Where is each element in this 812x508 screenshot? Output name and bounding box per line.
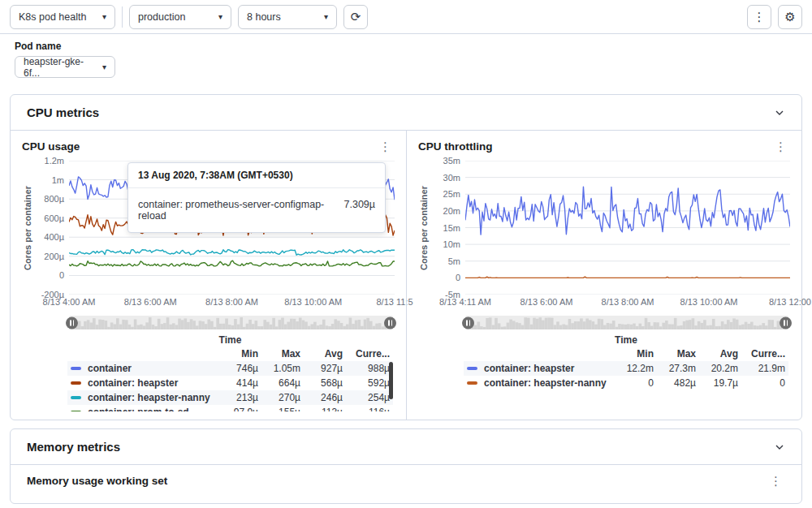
legend-column-header: Min	[219, 348, 261, 359]
tooltip-series-value: 7.309µ	[344, 199, 375, 222]
y-tick-label: 0	[59, 270, 64, 280]
cpu-usage-kebab-icon[interactable]: ⋮	[376, 140, 395, 153]
time-range-value: 8 hours	[247, 11, 281, 23]
pod-filter: Pod name heapster-gke-6f... ▾	[0, 34, 812, 80]
x-axis-name: Time	[67, 334, 393, 346]
series-line	[465, 277, 790, 278]
series-label: container	[88, 363, 132, 374]
series-label: container: heapster	[484, 363, 574, 374]
x-tick-label: 8/13 4:11 AM	[439, 297, 491, 307]
environment-select[interactable]: production ▾	[129, 5, 231, 29]
series-swatch	[71, 411, 81, 411]
brush-track[interactable]	[69, 316, 393, 329]
legend-value: 21.9m	[741, 363, 788, 374]
legend-value: 116µ	[346, 407, 393, 411]
dashboard-select-value: K8s pod health	[19, 11, 86, 23]
series-line	[69, 260, 395, 266]
kebab-icon: ⋮	[754, 10, 766, 24]
y-tick-label: 30m	[443, 173, 460, 183]
time-brush[interactable]	[69, 316, 393, 329]
cpu-usage-plot[interactable]: 13 Aug 2020, 7:38AM (GMT+0530) container…	[69, 161, 395, 295]
brush-handle-right[interactable]	[780, 316, 792, 329]
gear-icon: ⚙	[784, 10, 795, 24]
x-tick-label: 8/13 12:00	[769, 297, 811, 307]
dashboard-select[interactable]: K8s pod health ▾	[10, 5, 115, 29]
cpu-metrics-header[interactable]: CPU metrics	[11, 95, 801, 131]
pod-name-label: Pod name	[15, 41, 797, 52]
memory-metrics-header[interactable]: Memory metrics	[11, 429, 801, 465]
y-axis-labels: 35m30m25m20m15m10m5m0-5m	[430, 161, 465, 295]
legend-value: 97.9µ	[219, 407, 261, 411]
environment-select-value: production	[138, 11, 185, 23]
legend-column-header: Curre...	[741, 348, 788, 359]
legend-row[interactable]: container: heapster-nanny0482µ19.7µ0	[464, 376, 788, 390]
x-axis-labels: 8/13 4:00 AM8/13 6:00 AM8/13 8:00 AM8/13…	[69, 297, 395, 309]
collapse-chevron-icon[interactable]	[774, 107, 785, 118]
legend-value: 254µ	[346, 392, 393, 403]
series-label: container: prom-to-sd	[88, 407, 189, 411]
toolbar-divider	[122, 6, 123, 28]
legend-value: 664µ	[261, 377, 304, 389]
chevron-down-icon: ▾	[324, 12, 328, 21]
y-tick-label: 1m	[52, 175, 64, 185]
legend-column-header: Avg	[699, 348, 741, 359]
pod-name-select[interactable]: heapster-gke-6f... ▾	[15, 56, 115, 78]
legend-row[interactable]: container: prom-to-sd97.9µ155µ113µ116µ	[67, 405, 393, 411]
refresh-icon: ⟳	[351, 10, 361, 24]
legend-column-header: Avg	[304, 348, 346, 359]
y-axis-title: Cores per container	[22, 161, 33, 295]
y-tick-label: 1.2m	[45, 156, 64, 166]
x-tick-label: 8/13 8:00 AM	[205, 297, 258, 307]
legend-scrollbar[interactable]	[389, 362, 393, 399]
collapse-chevron-icon[interactable]	[774, 441, 785, 453]
series-label: container: heapster	[88, 377, 178, 389]
legend-value: 246µ	[304, 392, 346, 403]
y-axis-title: Cores per container	[418, 161, 430, 295]
y-tick-label: 5m	[448, 256, 460, 266]
brush-handle-left[interactable]	[462, 316, 474, 329]
series-line	[69, 250, 395, 256]
memory-metrics-panel: Memory metrics Memory usage working set …	[10, 428, 802, 504]
tooltip-series-name: container: prometheus-server-configmap-r…	[138, 199, 333, 222]
series-label: container: heapster-nanny	[88, 392, 210, 403]
legend-column-header: Min	[615, 348, 657, 359]
legend-value: 155µ	[261, 407, 304, 411]
chevron-down-icon: ▾	[218, 12, 222, 21]
memory-usage-kebab-icon[interactable]: ⋮	[767, 475, 785, 487]
legend-rows: container: heapster12.2m27.3m20.2m21.9mc…	[464, 361, 788, 390]
brush-track[interactable]	[465, 316, 788, 329]
refresh-button[interactable]: ⟳	[343, 5, 368, 29]
legend-value: 568µ	[304, 377, 346, 389]
legend-value: 746µ	[219, 363, 261, 374]
legend-column-headers: MinMaxAvgCurre...	[67, 348, 393, 359]
brush-handle-left[interactable]	[66, 316, 78, 329]
legend-value: 20.2m	[699, 363, 741, 374]
legend-value: 592µ	[346, 377, 393, 389]
y-tick-label: 35m	[443, 156, 460, 166]
cpu-metrics-panel: CPU metrics CPU usage ⋮ Cores per contai…	[10, 94, 802, 420]
more-options-button[interactable]: ⋮	[747, 5, 771, 29]
legend-row[interactable]: container: heapster-nanny213µ270µ246µ254…	[67, 390, 393, 405]
settings-button[interactable]: ⚙	[778, 5, 802, 29]
chart-tooltip: 13 Aug 2020, 7:38AM (GMT+0530) container…	[127, 162, 386, 233]
legend-rows: container746µ1.05m927µ988µcontainer: hea…	[67, 361, 393, 411]
x-tick-label: 8/13 8:00 AM	[602, 297, 654, 307]
legend-value: 1.05m	[261, 363, 304, 374]
cpu-throttling-kebab-icon[interactable]: ⋮	[771, 140, 790, 153]
y-tick-label: 0	[456, 273, 460, 282]
legend-value: 27.3m	[657, 363, 699, 374]
legend-row[interactable]: container: heapster414µ664µ568µ592µ	[67, 376, 393, 390]
cpu-metrics-body: CPU usage ⋮ Cores per container 1.2m1m80…	[11, 131, 801, 420]
time-range-select[interactable]: 8 hours ▾	[238, 5, 337, 29]
cpu-throttling-card: CPU throttling ⋮ Cores per container 35m…	[406, 131, 801, 420]
y-tick-label: 20m	[443, 206, 460, 216]
cpu-throttling-plot[interactable]	[465, 161, 790, 295]
brush-handle-right[interactable]	[384, 316, 396, 329]
chevron-down-icon: ▾	[102, 12, 106, 21]
series-swatch	[467, 367, 477, 370]
legend-value: 113µ	[304, 407, 346, 411]
legend-row[interactable]: container746µ1.05m927µ988µ	[67, 361, 393, 376]
y-tick-label: 15m	[443, 223, 460, 233]
legend-row[interactable]: container: heapster12.2m27.3m20.2m21.9m	[464, 361, 788, 376]
time-brush[interactable]	[465, 316, 788, 329]
